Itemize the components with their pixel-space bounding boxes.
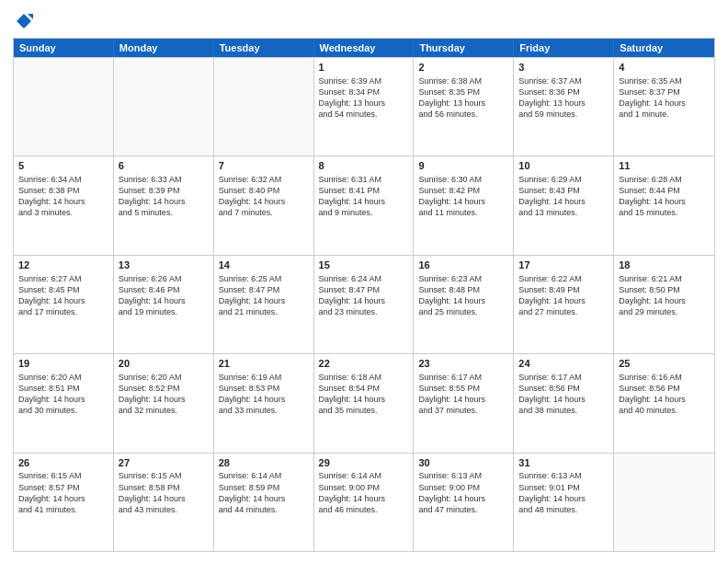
day-number: 29 bbox=[319, 456, 409, 470]
day-info-line: Sunset: 8:43 PM bbox=[518, 185, 609, 196]
day-info-line: Sunset: 8:49 PM bbox=[518, 284, 609, 295]
day-info-line: and 54 minutes. bbox=[319, 109, 409, 120]
day-info-line: Sunrise: 6:32 AM bbox=[219, 174, 309, 185]
day-cell-22: 22Sunrise: 6:18 AMSunset: 8:54 PMDayligh… bbox=[314, 354, 415, 452]
day-info-line: and 48 minutes. bbox=[518, 504, 609, 515]
day-info-line: Daylight: 14 hours bbox=[319, 394, 409, 405]
day-info-line: Sunrise: 6:20 AM bbox=[119, 372, 209, 383]
day-info-line: Sunrise: 6:37 AM bbox=[518, 75, 609, 86]
day-info-line: Sunset: 8:44 PM bbox=[619, 185, 710, 196]
day-info-line: Sunrise: 6:18 AM bbox=[319, 372, 409, 383]
day-info-line: Sunrise: 6:14 AM bbox=[219, 470, 309, 481]
calendar: SundayMondayTuesdayWednesdayThursdayFrid… bbox=[13, 38, 715, 552]
logo-icon bbox=[15, 12, 33, 30]
day-info-line: Sunrise: 6:27 AM bbox=[18, 273, 108, 284]
day-info-line: Sunrise: 6:17 AM bbox=[418, 372, 508, 383]
day-info-line: and 37 minutes. bbox=[418, 405, 508, 416]
day-cell-31: 31Sunrise: 6:13 AMSunset: 9:01 PMDayligh… bbox=[514, 454, 614, 551]
day-cell-19: 19Sunrise: 6:20 AMSunset: 8:51 PMDayligh… bbox=[14, 354, 114, 452]
day-info-line: Sunrise: 6:21 AM bbox=[619, 273, 710, 284]
day-info-line: Sunrise: 6:29 AM bbox=[518, 174, 609, 185]
logo bbox=[13, 11, 35, 30]
day-cell-18: 18Sunrise: 6:21 AMSunset: 8:50 PMDayligh… bbox=[614, 256, 714, 353]
day-info-line: Daylight: 14 hours bbox=[18, 295, 108, 306]
day-info-line: Sunrise: 6:31 AM bbox=[319, 174, 409, 185]
day-info-line: and 23 minutes. bbox=[319, 306, 409, 317]
day-info-line: Daylight: 14 hours bbox=[518, 394, 609, 405]
day-info-line: Sunset: 8:41 PM bbox=[319, 185, 409, 196]
day-cell-14: 14Sunrise: 6:25 AMSunset: 8:47 PMDayligh… bbox=[214, 256, 314, 353]
calendar-header: SundayMondayTuesdayWednesdayThursdayFrid… bbox=[14, 39, 714, 57]
day-info-line: Daylight: 14 hours bbox=[619, 196, 710, 207]
page: SundayMondayTuesdayWednesdayThursdayFrid… bbox=[0, 0, 728, 563]
day-cell-23: 23Sunrise: 6:17 AMSunset: 8:55 PMDayligh… bbox=[414, 354, 514, 452]
day-number: 7 bbox=[219, 159, 309, 173]
day-info-line: Sunrise: 6:28 AM bbox=[619, 174, 710, 185]
day-info-line: and 15 minutes. bbox=[619, 207, 710, 218]
day-number: 6 bbox=[119, 159, 209, 173]
day-info-line: Daylight: 14 hours bbox=[619, 98, 710, 109]
day-info-line: Sunset: 8:47 PM bbox=[219, 284, 309, 295]
day-cell-4: 4Sunrise: 6:35 AMSunset: 8:37 PMDaylight… bbox=[614, 58, 714, 155]
day-number: 1 bbox=[319, 61, 409, 75]
day-info-line: Daylight: 14 hours bbox=[219, 493, 309, 504]
day-info-line: Sunset: 9:00 PM bbox=[319, 482, 409, 493]
calendar-body: 1Sunrise: 6:39 AMSunset: 8:34 PMDaylight… bbox=[14, 57, 714, 551]
day-info-line: Daylight: 13 hours bbox=[518, 98, 609, 109]
day-cell-29: 29Sunrise: 6:14 AMSunset: 9:00 PMDayligh… bbox=[314, 454, 415, 551]
day-info-line: Daylight: 14 hours bbox=[18, 196, 108, 207]
day-info-line: Daylight: 14 hours bbox=[119, 295, 209, 306]
empty-cell bbox=[214, 58, 314, 155]
day-cell-16: 16Sunrise: 6:23 AMSunset: 8:48 PMDayligh… bbox=[414, 256, 514, 353]
day-info-line: and 35 minutes. bbox=[319, 405, 409, 416]
day-info-line: and 3 minutes. bbox=[18, 207, 108, 218]
day-info-line: Sunset: 8:42 PM bbox=[418, 185, 508, 196]
day-info-line: Sunset: 8:48 PM bbox=[418, 284, 508, 295]
day-info-line: Sunrise: 6:15 AM bbox=[119, 470, 209, 481]
day-number: 12 bbox=[18, 259, 108, 272]
day-cell-20: 20Sunrise: 6:20 AMSunset: 8:52 PMDayligh… bbox=[114, 354, 214, 452]
day-info-line: Daylight: 14 hours bbox=[319, 493, 409, 504]
day-cell-5: 5Sunrise: 6:34 AMSunset: 8:38 PMDaylight… bbox=[14, 156, 114, 254]
day-info-line: Daylight: 14 hours bbox=[18, 394, 108, 405]
day-info-line: Daylight: 13 hours bbox=[319, 98, 409, 109]
day-cell-27: 27Sunrise: 6:15 AMSunset: 8:58 PMDayligh… bbox=[114, 454, 214, 551]
day-number: 31 bbox=[518, 456, 609, 470]
day-cell-6: 6Sunrise: 6:33 AMSunset: 8:39 PMDaylight… bbox=[114, 156, 214, 254]
day-header-tuesday: Tuesday bbox=[214, 39, 314, 57]
day-info-line: Sunset: 8:34 PM bbox=[319, 86, 409, 98]
empty-cell bbox=[14, 58, 114, 155]
day-number: 18 bbox=[619, 259, 710, 272]
day-number: 24 bbox=[518, 357, 609, 371]
day-info-line: Daylight: 14 hours bbox=[18, 493, 108, 504]
day-cell-30: 30Sunrise: 6:13 AMSunset: 9:00 PMDayligh… bbox=[414, 454, 514, 551]
day-info-line: Sunrise: 6:34 AM bbox=[18, 174, 108, 185]
day-info-line: Sunset: 8:35 PM bbox=[418, 86, 508, 98]
day-info-line: Sunset: 8:36 PM bbox=[518, 86, 609, 98]
day-info-line: and 32 minutes. bbox=[119, 405, 209, 416]
day-number: 9 bbox=[418, 159, 508, 173]
day-header-wednesday: Wednesday bbox=[314, 39, 415, 57]
day-number: 28 bbox=[219, 456, 309, 470]
day-info-line: Sunrise: 6:25 AM bbox=[219, 273, 309, 284]
day-info-line: Sunrise: 6:19 AM bbox=[219, 372, 309, 383]
day-info-line: and 21 minutes. bbox=[219, 306, 309, 317]
day-info-line: Daylight: 14 hours bbox=[518, 196, 609, 207]
day-number: 26 bbox=[18, 456, 108, 470]
day-info-line: Daylight: 14 hours bbox=[619, 295, 710, 306]
day-info-line: and 59 minutes. bbox=[518, 109, 609, 120]
day-header-monday: Monday bbox=[114, 39, 214, 57]
day-info-line: and 46 minutes. bbox=[319, 504, 409, 515]
day-info-line: Sunset: 8:51 PM bbox=[18, 383, 108, 394]
day-number: 13 bbox=[119, 259, 209, 272]
day-header-saturday: Saturday bbox=[614, 39, 714, 57]
day-number: 10 bbox=[518, 159, 609, 173]
header bbox=[13, 11, 715, 30]
day-info-line: and 5 minutes. bbox=[119, 207, 209, 218]
day-cell-13: 13Sunrise: 6:26 AMSunset: 8:46 PMDayligh… bbox=[114, 256, 214, 353]
day-number: 3 bbox=[518, 61, 609, 75]
day-info-line: Daylight: 14 hours bbox=[418, 394, 508, 405]
day-number: 20 bbox=[119, 357, 209, 371]
day-info-line: Sunrise: 6:13 AM bbox=[418, 470, 508, 481]
day-number: 14 bbox=[219, 259, 309, 272]
